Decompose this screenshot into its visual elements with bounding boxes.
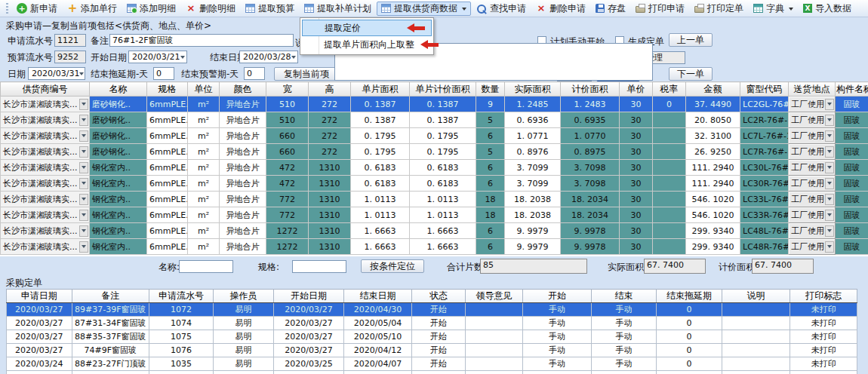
delivery-cell[interactable]: 工厂使用	[789, 207, 836, 223]
delivery-cell[interactable]: 工厂使用	[789, 112, 836, 128]
unit-cell[interactable]: m²	[188, 160, 220, 176]
end-delay-cell[interactable]	[657, 371, 722, 374]
actual-area-cell[interactable]: 3. 7099	[505, 160, 561, 176]
piece-price-area-cell[interactable]: 1. 0113	[410, 192, 476, 207]
order-remark-cell[interactable]: 88#35-37F窗固玻	[72, 330, 149, 344]
status-cell[interactable]: 开始	[412, 344, 465, 357]
unit-price-cell[interactable]: 30	[620, 97, 653, 112]
actual-area-cell[interactable]: 1. 2485	[505, 97, 561, 112]
leader-opinion-header[interactable]: 领导意见	[465, 290, 522, 303]
spec-cell[interactable]: 6mmPLE..	[147, 112, 188, 128]
piece-area-header[interactable]: 单片面积	[351, 82, 410, 97]
toolbar-button-delete-request[interactable]: ×删除申请	[531, 2, 590, 16]
color-cell[interactable]: 异地合片	[220, 97, 266, 112]
qty-cell[interactable]: 6	[476, 223, 505, 239]
chevron-down-icon[interactable]	[825, 162, 834, 173]
chevron-down-icon[interactable]	[79, 130, 88, 142]
chevron-down-icon[interactable]	[79, 241, 88, 253]
name-cell[interactable]: 磨砂钢化..	[90, 112, 147, 128]
unit-header[interactable]: 单位	[188, 82, 220, 97]
delivery-cell[interactable]: 工厂使用	[789, 97, 836, 112]
width-cell[interactable]: 1272	[266, 223, 309, 239]
height-cell[interactable]: 1310	[309, 192, 351, 207]
chevron-down-icon[interactable]	[79, 115, 88, 126]
unit-cell[interactable]: m²	[188, 144, 220, 160]
order-remark-cell[interactable]: 74#9F窗固玻	[72, 344, 149, 357]
color-cell[interactable]: 异地合片	[220, 192, 266, 207]
remark-input[interactable]: 76#1-2F窗固玻	[109, 34, 294, 47]
component-cell[interactable]: 固玻	[836, 144, 868, 160]
chevron-down-icon[interactable]	[291, 56, 296, 61]
qty-cell[interactable]: 9	[476, 97, 505, 112]
height-cell[interactable]: 272	[309, 97, 351, 112]
window-code-cell[interactable]: LC7R-76#-1FO	[740, 144, 789, 160]
window-code-header[interactable]: 窗型代码	[740, 82, 789, 97]
width-cell[interactable]: 772	[266, 207, 309, 223]
amount-cell[interactable]: 546. 1020	[686, 207, 740, 223]
chevron-down-icon[interactable]	[79, 178, 88, 189]
spec-cell[interactable]: 6mmPLE..	[147, 223, 188, 239]
order-remark-cell[interactable]: 87#31-34F窗固玻	[72, 317, 149, 330]
piece-price-area-header[interactable]: 单片计价面积	[410, 82, 476, 97]
chevron-down-icon[interactable]	[825, 225, 834, 237]
qty-header[interactable]: 数量	[476, 82, 505, 97]
order-remark-cell[interactable]	[72, 371, 149, 374]
actual-area-cell[interactable]: 9. 9979	[505, 239, 561, 255]
print-flag-cell[interactable]: 未打印	[790, 317, 857, 330]
qty-cell[interactable]: 5	[476, 144, 505, 160]
spec-cell[interactable]: 6mmPLE..	[147, 160, 188, 176]
amount-cell[interactable]: 299. 9340	[686, 223, 740, 239]
order-start-date-cell[interactable]: 2020/03/25	[274, 357, 344, 371]
height-header[interactable]: 高	[309, 82, 351, 97]
toolbar-button-print-order[interactable]: 打印定单	[690, 2, 748, 16]
component-cell[interactable]: 固玻	[836, 97, 868, 112]
width-header[interactable]: 宽	[266, 82, 309, 97]
color-cell[interactable]: 异地合片	[220, 160, 266, 176]
toolbar-button-add-row[interactable]: +添加单行	[63, 2, 122, 16]
component-cell[interactable]: 固玻	[836, 207, 868, 223]
name-cell[interactable]: 磨砂钢化..	[90, 97, 147, 112]
toolbar-button-print-request[interactable]: 打印申请	[631, 2, 689, 16]
leader-opinion-cell[interactable]	[465, 344, 522, 357]
order-note-header[interactable]: 说明	[722, 290, 790, 303]
end-mode-cell[interactable]: 手动	[591, 344, 657, 357]
supplier-cell[interactable]: 长沙市潇湘玻璃实...	[1, 176, 90, 192]
piece-price-area-cell[interactable]: 0. 1795	[410, 128, 476, 144]
chevron-down-icon[interactable]	[79, 72, 84, 78]
component-header[interactable]: 构件名称	[836, 82, 868, 97]
order-operator-cell[interactable]: 易明	[213, 303, 274, 317]
supplier-cell[interactable]: 长沙市潇湘玻璃实...	[1, 223, 90, 239]
end-delay-cell[interactable]: 0	[657, 330, 722, 344]
apply-date-cell[interactable]	[7, 371, 72, 374]
tax-cell[interactable]	[653, 192, 686, 207]
piece-price-area-cell[interactable]: 0. 6183	[410, 176, 476, 192]
piece-price-area-cell[interactable]: 0. 1387	[410, 97, 476, 112]
menu-item-extract-piece-area-roundup[interactable]: 提取单片面积向上取整	[300, 36, 433, 53]
width-cell[interactable]: 472	[266, 160, 309, 176]
status-cell[interactable]: 开始	[412, 303, 465, 317]
tax-cell[interactable]: 0	[653, 97, 686, 112]
status-cell[interactable]	[412, 371, 465, 374]
height-cell[interactable]: 272	[309, 144, 351, 160]
delivery-cell[interactable]: 工厂使用	[789, 223, 836, 239]
chevron-down-icon[interactable]	[79, 210, 88, 221]
qty-cell[interactable]: 18	[476, 192, 505, 207]
unit-price-cell[interactable]: 30	[620, 239, 653, 255]
price-area-cell[interactable]: 18. 2034	[561, 192, 620, 207]
piece-price-area-cell[interactable]: 1. 6663	[410, 239, 476, 255]
order-note-cell[interactable]	[722, 317, 790, 330]
order-operator-cell[interactable]	[213, 371, 274, 374]
spec-cell[interactable]: 6mmPLE..	[147, 128, 188, 144]
name-cell[interactable]: 磨砂钢化..	[90, 144, 147, 160]
status-cell[interactable]: 开始	[412, 357, 465, 371]
unit-cell[interactable]: m²	[188, 97, 220, 112]
end-delay-cell[interactable]: 0	[657, 317, 722, 330]
end-mode-cell[interactable]: 手动	[591, 317, 657, 330]
order-operator-cell[interactable]: 易明	[213, 344, 274, 357]
print-flag-cell[interactable]: 未打印	[790, 303, 857, 317]
end-mode-cell[interactable]: 手动	[591, 330, 657, 344]
unit-cell[interactable]: m²	[188, 239, 220, 255]
toolbar-button-delete-detail[interactable]: ×删除明细	[181, 2, 240, 16]
unit-cell[interactable]: m²	[188, 207, 220, 223]
name-header[interactable]: 名称	[90, 82, 147, 97]
